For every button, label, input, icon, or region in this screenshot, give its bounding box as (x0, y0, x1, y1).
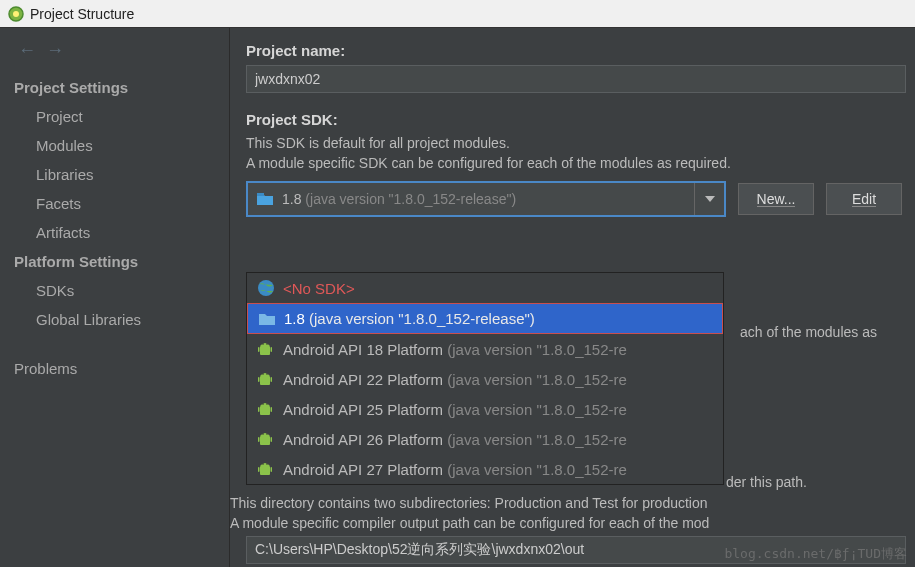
sidebar-item-global-libraries[interactable]: Global Libraries (0, 305, 229, 334)
content-panel: Project name: Project SDK: This SDK is d… (230, 28, 915, 567)
sidebar-item-project[interactable]: Project (0, 102, 229, 131)
svg-rect-27 (258, 467, 260, 472)
svg-rect-24 (260, 466, 270, 475)
svg-point-11 (266, 373, 268, 375)
watermark: blog.csdn.net/฿ƒ¡TUD博客 (724, 545, 907, 563)
svg-point-1 (13, 11, 19, 17)
dropdown-item-label: 1.8 (java version "1.8.0_152-release") (284, 310, 535, 327)
android-icon (257, 430, 273, 448)
new-sdk-button[interactable]: New... (738, 183, 814, 215)
dropdown-item-label: Android API 26 Platform (java version "1… (283, 431, 627, 448)
dropdown-item-label: Android API 27 Platform (java version "1… (283, 461, 627, 478)
android-icon (257, 400, 273, 418)
android-icon (257, 460, 273, 478)
project-sdk-desc2: A module specific SDK can be configured … (246, 154, 911, 174)
svg-point-25 (262, 463, 264, 465)
bg-text-1: ach of the modules as (740, 322, 877, 343)
dropdown-item-android-25[interactable]: Android API 25 Platform (java version "1… (247, 394, 723, 424)
dropdown-item-android-22[interactable]: Android API 22 Platform (java version "1… (247, 364, 723, 394)
sdk-dropdown: <No SDK> 1.8 (java version "1.8.0_152-re… (246, 272, 724, 485)
sidebar-category-platform-settings: Platform Settings (0, 247, 229, 276)
svg-rect-22 (258, 437, 260, 442)
project-sdk-label: Project SDK: (246, 111, 911, 128)
project-name-input[interactable] (246, 65, 906, 93)
dropdown-item-label: Android API 25 Platform (java version "1… (283, 401, 627, 418)
project-name-label: Project name: (246, 42, 911, 59)
svg-point-5 (262, 343, 264, 345)
svg-point-6 (266, 343, 268, 345)
svg-point-10 (262, 373, 264, 375)
chevron-down-icon[interactable] (694, 183, 724, 215)
svg-rect-23 (271, 437, 273, 442)
svg-rect-17 (258, 407, 260, 412)
dropdown-item-no-sdk[interactable]: <No SDK> (247, 273, 723, 303)
svg-rect-7 (258, 347, 260, 352)
sidebar-item-problems[interactable]: Problems (0, 354, 229, 383)
sidebar-category-project-settings: Project Settings (0, 73, 229, 102)
bg-text-3: This directory contains two subdirectori… (230, 493, 708, 514)
project-sdk-value: 1.8 (java version "1.8.0_152-release") (282, 191, 516, 207)
svg-rect-13 (271, 377, 273, 382)
titlebar: Project Structure (0, 0, 915, 28)
dropdown-item-1-8[interactable]: 1.8 (java version "1.8.0_152-release") (247, 303, 723, 334)
sidebar-item-artifacts[interactable]: Artifacts (0, 218, 229, 247)
svg-rect-18 (271, 407, 273, 412)
sidebar-item-libraries[interactable]: Libraries (0, 160, 229, 189)
project-sdk-combobox[interactable]: 1.8 (java version "1.8.0_152-release") (246, 181, 726, 217)
folder-icon (256, 192, 274, 206)
globe-icon (257, 279, 275, 297)
svg-point-21 (266, 433, 268, 435)
svg-point-26 (266, 463, 268, 465)
dropdown-item-android-18[interactable]: Android API 18 Platform (java version "1… (247, 334, 723, 364)
svg-point-15 (262, 403, 264, 405)
dropdown-item-android-27[interactable]: Android API 27 Platform (java version "1… (247, 454, 723, 484)
svg-rect-8 (271, 347, 273, 352)
svg-rect-9 (260, 376, 270, 385)
forward-icon[interactable]: → (46, 40, 64, 61)
android-icon (257, 340, 273, 358)
svg-point-16 (266, 403, 268, 405)
app-icon (8, 6, 24, 22)
back-icon[interactable]: ← (18, 40, 36, 61)
svg-rect-14 (260, 406, 270, 415)
svg-rect-12 (258, 377, 260, 382)
svg-rect-19 (260, 436, 270, 445)
folder-icon (258, 312, 276, 326)
dropdown-item-label: Android API 18 Platform (java version "1… (283, 341, 627, 358)
main-area: ← → Project Settings Project Modules Lib… (0, 28, 915, 567)
android-icon (257, 370, 273, 388)
bg-text-2: der this path. (726, 472, 807, 493)
sidebar-item-modules[interactable]: Modules (0, 131, 229, 160)
svg-rect-28 (271, 467, 273, 472)
svg-point-3 (258, 280, 274, 296)
window-title: Project Structure (30, 6, 134, 22)
sidebar-item-facets[interactable]: Facets (0, 189, 229, 218)
dropdown-item-label: Android API 22 Platform (java version "1… (283, 371, 627, 388)
dropdown-item-label: <No SDK> (283, 280, 355, 297)
sidebar-item-sdks[interactable]: SDKs (0, 276, 229, 305)
edit-sdk-button[interactable]: Edit (826, 183, 902, 215)
svg-point-20 (262, 433, 264, 435)
dropdown-item-android-26[interactable]: Android API 26 Platform (java version "1… (247, 424, 723, 454)
bg-text-4: A module specific compiler output path c… (230, 513, 709, 534)
svg-rect-2 (257, 193, 264, 196)
sidebar: ← → Project Settings Project Modules Lib… (0, 28, 230, 567)
project-sdk-desc1: This SDK is default for all project modu… (246, 134, 911, 154)
svg-rect-4 (260, 346, 270, 355)
